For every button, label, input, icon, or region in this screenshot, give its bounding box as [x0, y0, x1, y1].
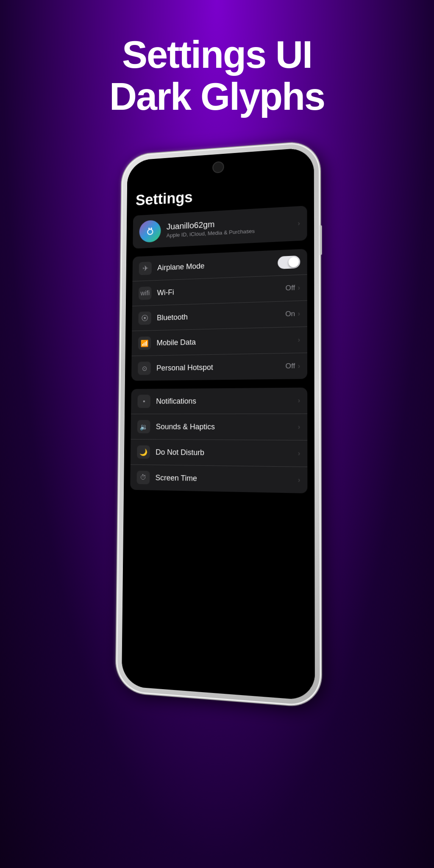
hotspot-chevron: ›	[298, 362, 300, 370]
mobile-data-label: Mobile Data	[156, 335, 298, 347]
notifications-chevron: ›	[298, 396, 300, 405]
do-not-disturb-row[interactable]: 🌙 Do Not Disturb ›	[131, 440, 307, 467]
phone-screen: Settings ⍥ Juanillo62gm Apple ID, iCloud…	[122, 147, 315, 701]
screen-time-chevron: ›	[298, 476, 300, 484]
mobile-data-icon: 📶	[138, 337, 151, 350]
bluetooth-value: On	[285, 310, 295, 319]
hotspot-icon: ⊙	[138, 362, 151, 375]
sounds-haptics-row[interactable]: 🔉 Sounds & Haptics ›	[131, 414, 307, 441]
profile-text: Juanillo62gm Apple ID, iCloud, Media & P…	[167, 215, 298, 238]
system-group: ▪ Notifications › 🔉 Sounds & Haptics ›	[130, 387, 307, 493]
hero-title: Settings UI Dark Glyphs	[109, 34, 325, 118]
profile-chevron: ›	[298, 219, 300, 228]
airplane-mode-icon: ✈	[139, 262, 152, 275]
mobile-data-chevron: ›	[298, 336, 300, 344]
screen-time-label: Screen Time	[156, 473, 298, 485]
wifi-chevron: ›	[298, 284, 300, 292]
mobile-data-row[interactable]: 📶 Mobile Data ›	[132, 327, 307, 356]
hotspot-value: Off	[285, 362, 295, 371]
bluetooth-row[interactable]: ⦿ Bluetooth On ›	[132, 301, 307, 331]
bluetooth-chevron: ›	[298, 309, 300, 318]
side-button	[320, 225, 322, 255]
notifications-icon: ▪	[137, 395, 150, 408]
sounds-label: Sounds & Haptics	[156, 422, 298, 431]
phone-mockup: Settings ⍥ Juanillo62gm Apple ID, iCloud…	[115, 143, 319, 694]
avatar: ⍥	[139, 220, 161, 242]
wifi-icon: wifi	[139, 287, 151, 300]
airplane-mode-toggle[interactable]	[278, 256, 300, 269]
phone-shell: Settings ⍥ Juanillo62gm Apple ID, iCloud…	[116, 141, 321, 707]
airplane-mode-label: Airplane Mode	[157, 259, 278, 273]
dnd-chevron: ›	[298, 449, 300, 458]
sounds-chevron: ›	[298, 423, 300, 431]
hotspot-label: Personal Hotspot	[156, 362, 286, 373]
bluetooth-label: Bluetooth	[157, 310, 285, 322]
screen-time-icon: ⏱	[137, 471, 150, 484]
notifications-label: Notifications	[156, 396, 298, 406]
wifi-label: Wi-Fi	[157, 284, 285, 297]
sounds-icon: 🔉	[137, 420, 150, 433]
dnd-label: Do Not Disturb	[156, 448, 298, 458]
personal-hotspot-row[interactable]: ⊙ Personal Hotspot Off ›	[131, 353, 307, 381]
wifi-value: Off	[285, 284, 295, 292]
screen-content: Settings ⍥ Juanillo62gm Apple ID, iCloud…	[122, 147, 315, 701]
dnd-icon: 🌙	[137, 445, 150, 459]
screen-time-row[interactable]: ⏱ Screen Time ›	[130, 465, 307, 493]
bluetooth-icon: ⦿	[138, 312, 151, 325]
notifications-row[interactable]: ▪ Notifications ›	[131, 387, 307, 414]
connectivity-group: ✈ Airplane Mode wifi Wi-Fi Off	[131, 249, 307, 381]
